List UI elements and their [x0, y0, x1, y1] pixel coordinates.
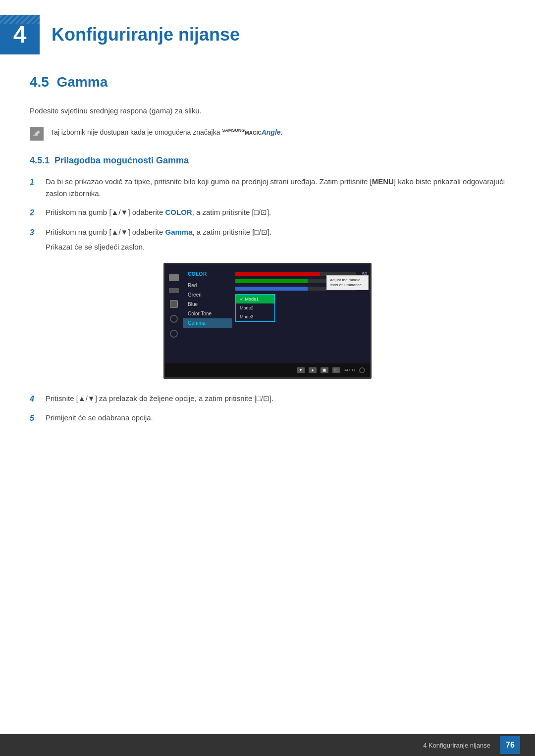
step-number-3: 3	[30, 226, 42, 239]
gamma-dropdown: ✓ Mode1 Mode2 Mode3	[235, 294, 275, 322]
sidebar-icon-gear	[170, 315, 178, 323]
red-bar-fill	[235, 272, 320, 276]
color-keyword: COLOR	[165, 208, 192, 216]
step-number-1: 1	[30, 176, 42, 189]
step-content-1: Da bi se prikazao vodič za tipke, pritis…	[46, 176, 505, 200]
monitor-tooltip: Adjust the middle level of luminance.	[326, 275, 369, 291]
pencil-icon	[32, 129, 42, 139]
nav-btn-auto-label: AUTO	[344, 368, 355, 372]
sidebar-icon-info	[170, 330, 178, 338]
menu-label: MENU	[372, 177, 394, 186]
step-5: 5 Primijenit će se odabrana opcija.	[30, 412, 505, 425]
note-icon	[30, 127, 44, 141]
footer-page-number: 76	[500, 736, 520, 754]
step-1: 1 Da bi se prikazao vodič za tipke, prit…	[30, 176, 505, 200]
step-number-5: 5	[30, 412, 42, 425]
menu-header: COLOR	[183, 269, 232, 281]
monitor-image: COLOR Red Green Blue Color Tone Gamma	[163, 263, 372, 379]
step-3: 3 Pritiskom na gumb [▲/▼] odaberite Gamm…	[30, 226, 505, 253]
page-footer: 4 Konfiguriranje nijanse 76	[0, 734, 535, 756]
steps-list-continued: 4 Pritisnite [▲/▼] za prelazak do željen…	[30, 393, 505, 425]
samsung-brand-text: SAMSUNG	[222, 128, 245, 133]
nav-btn-back: ⊡	[332, 367, 340, 373]
dropdown-mode1: ✓ Mode1	[236, 295, 274, 303]
sidebar-icon-2	[169, 288, 179, 293]
nav-btn-power	[359, 367, 365, 373]
magic-text: MAGIC	[245, 130, 261, 136]
monitor-sidebar	[165, 264, 183, 363]
section-description: Podesite svjetlinu srednjeg raspona (gam…	[30, 105, 505, 117]
dropdown-mode2: Mode2	[236, 303, 274, 312]
menu-item-gamma: Gamma	[183, 318, 232, 328]
sidebar-icon-3	[170, 300, 178, 308]
color-bars-section: 50 50	[232, 269, 370, 358]
step-4: 4 Pritisnite [▲/▼] za prelazak do željen…	[30, 393, 505, 405]
menu-left-panel: COLOR Red Green Blue Color Tone Gamma	[183, 269, 232, 358]
sidebar-icon-1	[169, 274, 179, 281]
monitor-bottom-bar: ▼ ▲ ▣ ⊡ AUTO	[165, 363, 370, 377]
gamma-keyword: Gamma	[165, 228, 192, 236]
menu-item-blue: Blue	[183, 300, 232, 309]
steps-list: 1 Da bi se prikazao vodič za tipke, prit…	[30, 176, 505, 253]
step-content-4: Pritisnite [▲/▼] za prelazak do željene …	[46, 393, 505, 404]
monitor-screenshot: COLOR Red Green Blue Color Tone Gamma	[30, 263, 505, 379]
chapter-number: 4	[13, 23, 27, 47]
chapter-number-box: 4	[0, 15, 40, 54]
menu-item-red: Red	[183, 281, 232, 290]
step-number-4: 4	[30, 393, 42, 405]
monitor-menu: COLOR Red Green Blue Color Tone Gamma	[183, 264, 370, 363]
angle-feature-text: Angle	[262, 128, 281, 136]
nav-btn-down: ▼	[297, 367, 305, 373]
note-box: Taj izbornik nije dostupan kada je omogu…	[30, 127, 505, 141]
dropdown-mode3: Mode3	[236, 312, 274, 321]
content-area: 4.5 Gamma Podesite svjetlinu srednjeg ra…	[0, 74, 535, 425]
chapter-title: Konfiguriranje nijanse	[52, 24, 240, 45]
step-content-5: Primijenit će se odabrana opcija.	[46, 412, 505, 424]
gamma-dropdown-area: ✓ Mode1 Mode2 Mode3	[235, 294, 367, 322]
chapter-header: 4 Konfiguriranje nijanse	[0, 0, 535, 54]
svg-marker-1	[35, 130, 40, 136]
section-heading: 4.5 Gamma	[30, 74, 505, 90]
step-2: 2 Pritiskom na gumb [▲/▼] odaberite COLO…	[30, 206, 505, 219]
menu-item-colortone: Color Tone	[183, 309, 232, 318]
footer-chapter-text: 4 Konfiguriranje nijanse	[423, 742, 490, 749]
subsection-heading: 4.5.1 Prilagodba mogućnosti Gamma	[30, 155, 505, 166]
step-number-2: 2	[30, 206, 42, 219]
step-content-2: Pritiskom na gumb [▲/▼] odaberite COLOR,…	[46, 206, 505, 218]
menu-item-green: Green	[183, 290, 232, 300]
monitor-body: COLOR Red Green Blue Color Tone Gamma	[165, 264, 370, 363]
nav-btn-up: ▲	[309, 367, 317, 373]
step-note-3: Prikazat će se sljedeći zaslon.	[46, 241, 505, 253]
green-bar-fill	[235, 279, 308, 283]
blue-bar-fill	[235, 287, 308, 291]
note-text: Taj izbornik nije dostupan kada je omogu…	[51, 127, 282, 138]
nav-btn-select: ▣	[321, 367, 328, 373]
step-content-3: Pritiskom na gumb [▲/▼] odaberite Gamma,…	[46, 226, 505, 253]
